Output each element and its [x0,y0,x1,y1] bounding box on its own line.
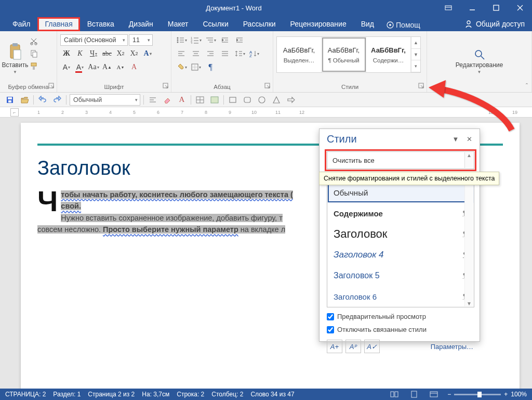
paste-button[interactable]: Вставить ▼ [3,33,27,84]
qat-undo-icon[interactable] [37,94,48,106]
params-link[interactable]: Параметры… [431,343,473,351]
format-painter-icon[interactable] [28,60,39,72]
status-line[interactable]: Строка: 2 [177,391,204,398]
bullets-button[interactable] [175,34,188,46]
subscript-button[interactable]: X2 [114,48,127,59]
qat-clearfmt-icon[interactable]: A [176,94,188,106]
borders-button[interactable] [189,61,203,73]
web-layout-icon[interactable] [428,390,440,399]
qat-save-icon[interactable] [4,94,16,106]
style-heading5[interactable]: Заголовок 5¶a [327,265,474,286]
style-heading4[interactable]: Заголовок 4¶a [327,244,474,265]
font-color-button[interactable]: A [74,61,86,73]
print-layout-icon[interactable] [408,390,420,399]
status-words[interactable]: Слово 34 из 47 [250,391,294,398]
style-normal[interactable]: Обычный¶ [327,182,474,203]
qat-eraser-icon[interactable] [162,94,173,106]
cut-icon[interactable] [28,35,39,47]
tab-design[interactable]: Дизайн [122,17,161,31]
status-page[interactable]: СТРАНИЦА: 2 [5,391,46,398]
text-effects-button[interactable]: A [141,48,154,59]
preview-checkbox[interactable]: Предварительный просмотр [327,313,474,320]
copy-icon[interactable] [28,48,39,59]
tab-file[interactable]: Файл [5,17,37,31]
tab-mailings[interactable]: Рассылки [236,17,283,31]
tab-selector[interactable]: ⌐ [10,108,19,117]
grow-font-button[interactable]: A▲ [101,61,113,73]
style-item-normal[interactable]: АаБбВвГг, ¶ Обычный [322,37,366,72]
align-left-button[interactable] [175,48,188,59]
styles-launcher-icon[interactable] [418,83,425,90]
ribbon-options-icon[interactable] [436,0,460,16]
tab-insert[interactable]: Вставка [80,17,122,31]
read-mode-icon[interactable] [388,390,401,399]
manage-styles-icon[interactable]: A✓ [364,340,380,353]
clear-scroll-up-icon[interactable]: ▲ [464,152,473,168]
share-button[interactable]: Общий доступ [459,18,532,31]
pane-close-icon[interactable]: ✕ [464,135,474,143]
shrink-font-button[interactable]: A▼ [114,61,127,73]
qat-triangle-icon[interactable] [271,94,282,106]
change-case-button[interactable]: Aa [87,61,100,73]
strike-button[interactable]: abc [101,48,113,59]
status-at[interactable]: На: 3,7см [142,391,169,398]
zoom-slider[interactable] [454,394,501,395]
pane-options-icon[interactable]: ▼ [450,135,461,143]
style-heading6[interactable]: Заголовок 6¶a [327,286,474,307]
clipboard-launcher-icon[interactable] [48,83,56,90]
font-name-combo[interactable]: Calibri (Основной [60,34,128,46]
style-inspector-icon[interactable]: Aᵖ [345,340,361,353]
qat-cell-icon[interactable] [209,94,220,106]
list-scroll-down-icon[interactable]: ▼ [464,183,473,306]
font-size-combo[interactable]: 11 [129,34,153,46]
multilevel-button[interactable] [204,34,217,46]
qat-roundrect-icon[interactable] [242,94,253,106]
clear-all-button[interactable]: Очистить все ▲ [327,151,474,169]
show-marks-button[interactable]: ¶ [204,61,217,73]
minimize-icon[interactable] [460,0,484,16]
qat-table-icon[interactable] [194,94,206,106]
maximize-icon[interactable] [484,0,508,16]
sort-button[interactable]: AZ [247,48,261,59]
underline-button[interactable]: Ч [87,48,100,59]
close-icon[interactable] [508,0,532,16]
gallery-scroll[interactable]: ▲▼▾ [411,37,420,72]
paragraph-launcher-icon[interactable] [264,83,272,90]
qat-style-combo[interactable]: Обычный [70,94,140,106]
new-style-icon[interactable]: A+ [327,340,342,353]
zoom-value[interactable]: 100% [511,391,527,398]
tab-layout[interactable]: Макет [161,17,196,31]
tab-view[interactable]: Вид [354,17,381,31]
qat-align-icon[interactable] [147,94,158,106]
tab-review[interactable]: Рецензирование [283,17,354,31]
style-item-content[interactable]: АаБбВвГг, Содержи… [366,37,411,72]
zoom-in-icon[interactable]: + [504,391,508,398]
style-item-emphasis[interactable]: АаБбВвГг, Выделен… [277,37,322,72]
style-heading[interactable]: Заголовок¶a [327,224,474,244]
style-content[interactable]: Содержимое¶a [327,203,474,224]
status-col[interactable]: Столбец: 2 [211,391,243,398]
clear-formatting-button[interactable]: A [128,61,140,73]
qat-open-icon[interactable] [19,94,30,106]
zoom-out-icon[interactable]: − [447,391,451,398]
tab-references[interactable]: Ссылки [195,17,235,31]
align-center-button[interactable] [189,48,203,59]
qat-arrow-icon[interactable] [285,94,297,106]
italic-button[interactable]: К [74,48,86,59]
indent-dec-button[interactable] [218,34,232,46]
styles-gallery[interactable]: АаБбВвГг, Выделен… АаБбВвГг, ¶ Обычный А… [276,36,421,73]
superscript-button[interactable]: X2 [128,48,140,59]
tab-home[interactable]: Главная [37,17,79,31]
bold-button[interactable]: Ж [60,48,73,59]
qat-redo-icon[interactable] [51,94,63,106]
numbering-button[interactable]: 123 [189,34,203,46]
disable-linked-checkbox[interactable]: Отключить связанные стили [327,326,474,333]
qat-rect-icon[interactable] [227,94,238,106]
shading-button[interactable] [175,61,188,73]
font-launcher-icon[interactable] [163,83,170,90]
line-spacing-button[interactable] [233,48,246,59]
editing-button[interactable]: Редактирование ▼ [451,33,508,90]
status-page-of[interactable]: Страница 2 из 2 [88,391,135,398]
status-section[interactable]: Раздел: 1 [53,391,81,398]
justify-button[interactable] [218,48,232,59]
